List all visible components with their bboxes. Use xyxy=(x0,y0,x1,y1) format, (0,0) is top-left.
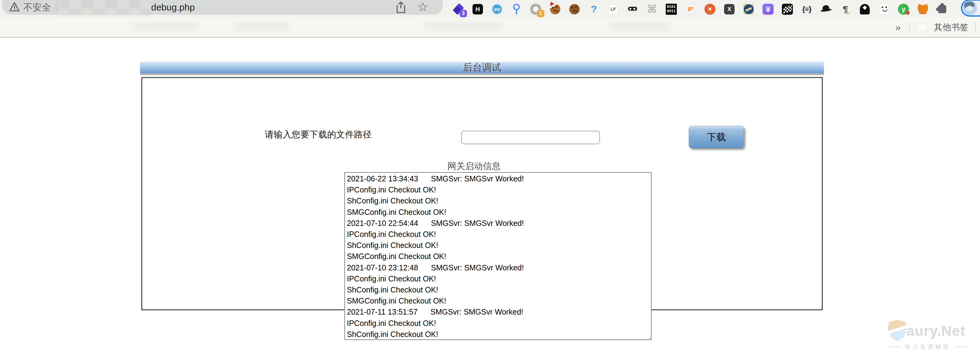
redacted-bookmark xyxy=(608,22,670,31)
pilcrow-extension-icon[interactable]: ¶→ xyxy=(840,4,851,15)
masked-document-extension-icon[interactable] xyxy=(627,4,638,15)
bookmarks-divider xyxy=(909,22,910,33)
page-title: 后台调试 xyxy=(463,61,501,74)
saury-shield-logo-icon xyxy=(888,320,907,341)
watermark-brand: aury.Net xyxy=(906,322,966,339)
watermark-lab-name: 秋刀魚實驗室 xyxy=(905,343,951,350)
browser-window: 不安全 debug.php ☆ 3 H ipip 1 ? LF ⌘ xyxy=(0,0,980,356)
redacted-bookmark xyxy=(234,22,289,31)
code-braces-extension-icon[interactable]: {≡} xyxy=(801,4,812,15)
page-content: 后台调试 请输入您要下载的文件路径 下载 网关启动信息 xyxy=(0,38,980,356)
redacted-bookmark xyxy=(424,22,504,31)
y-letter-extension-icon[interactable]: y xyxy=(898,4,909,15)
panel-box: 请输入您要下载的文件路径 下载 网关启动信息 xyxy=(141,77,823,310)
panel-header: 后台调试 xyxy=(140,62,824,75)
profile-button[interactable]: b xyxy=(961,0,980,17)
proxy-badge: 1 xyxy=(537,10,544,17)
bookmarks-divider xyxy=(975,22,976,33)
profile-avatar xyxy=(963,1,977,15)
bookmark-star-icon[interactable]: ☆ xyxy=(417,1,428,13)
watermark-line xyxy=(955,347,968,347)
ip-lookup-extension-icon[interactable]: IP xyxy=(685,4,696,15)
santa-hat-icon xyxy=(548,0,555,8)
orange-arrow-icon: → xyxy=(843,7,851,17)
gateway-log-textarea[interactable] xyxy=(344,172,652,340)
security-label[interactable]: 不安全 xyxy=(23,1,51,14)
file-path-input[interactable] xyxy=(461,131,600,144)
address-bar[interactable]: 不安全 debug.php ☆ xyxy=(2,0,443,15)
ipip-extension-icon[interactable]: ipip xyxy=(492,4,503,15)
command-key-extension-icon[interactable]: ⌘ xyxy=(646,4,657,15)
file-path-label: 请输入您要下载的文件路径 xyxy=(265,128,372,141)
question-extension-icon[interactable]: ? xyxy=(588,4,599,15)
bookmarks-bar: » 其他书签 xyxy=(0,18,980,37)
watermark-line xyxy=(888,347,901,347)
watermark: aury.Net 秋刀魚實驗室 xyxy=(888,320,968,350)
url-text[interactable]: debug.php xyxy=(151,2,195,13)
lf-extension-icon[interactable]: LF xyxy=(608,4,619,15)
panda-meme-extension-icon[interactable] xyxy=(879,4,890,15)
address-divider xyxy=(56,2,57,13)
h-extension-icon[interactable]: H xyxy=(472,4,483,15)
cookie-extension-icon[interactable] xyxy=(569,4,580,15)
layers-extension-icon[interactable]: 3 xyxy=(453,4,464,15)
checkered-flag-extension-icon[interactable] xyxy=(782,4,793,15)
hooded-figure-extension-icon[interactable] xyxy=(859,4,870,15)
pin-extension-icon[interactable] xyxy=(511,4,522,15)
bookmarks-overflow-button[interactable]: » xyxy=(893,22,903,33)
black-hat-extension-icon[interactable] xyxy=(821,4,832,15)
x-extension-icon[interactable]: X xyxy=(724,4,735,15)
redacted-bookmark xyxy=(132,22,200,31)
download-button[interactable]: 下载 xyxy=(689,126,744,148)
hand-pen-extension-icon[interactable] xyxy=(743,4,754,15)
redacted-url-host xyxy=(57,0,149,15)
layers-badge: 3 xyxy=(460,10,467,17)
binary-code-extension-icon[interactable]: 01010011 xyxy=(666,4,677,15)
other-bookmarks-button[interactable]: 其他书签 xyxy=(934,22,968,33)
hackbar-extension-icon[interactable]: × xyxy=(705,4,716,15)
folder-icon xyxy=(917,24,927,31)
browser-toolbar: 不安全 debug.php ☆ 3 H ipip 1 ? LF ⌘ xyxy=(0,0,980,18)
log-section-title: 网关启动信息 xyxy=(308,160,640,172)
crown-extension-icon[interactable]: ♛ xyxy=(762,4,773,15)
santa-cookie-extension-icon[interactable] xyxy=(550,4,561,15)
extensions-puzzle-button[interactable] xyxy=(937,4,948,15)
metamask-extension-icon[interactable] xyxy=(917,4,928,15)
proxy-ring-extension-icon[interactable]: 1 xyxy=(530,4,541,15)
security-warning-icon[interactable] xyxy=(9,2,20,13)
extensions-row: 3 H ipip 1 ? LF ⌘ 01010011 IP × X ♛ {≡} … xyxy=(453,3,948,15)
share-icon[interactable] xyxy=(395,1,407,15)
